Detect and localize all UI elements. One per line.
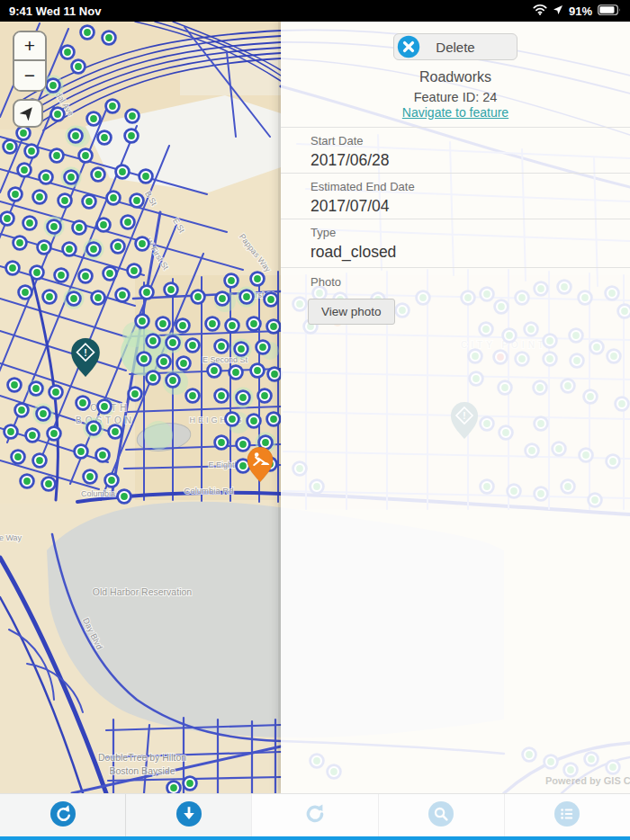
map-marker-roadworks[interactable] [136, 315, 149, 328]
map-marker-roadworks[interactable] [104, 267, 117, 281]
map-marker-roadworks[interactable] [76, 397, 90, 410]
map-marker-roadworks[interactable] [206, 317, 220, 331]
map-marker-roadworks[interactable] [157, 317, 170, 331]
map-marker-roadworks[interactable] [166, 374, 180, 388]
map-marker-roadworks[interactable] [140, 170, 153, 183]
map-marker-roadworks[interactable] [231, 339, 252, 360]
map-marker-roadworks[interactable] [12, 451, 25, 464]
map-marker-roadworks[interactable] [33, 404, 54, 424]
map-marker-roadworks[interactable] [176, 319, 190, 333]
map-marker-roadworks[interactable] [265, 293, 278, 307]
map-marker-roadworks[interactable] [87, 112, 101, 126]
map-marker-roadworks[interactable] [55, 269, 68, 282]
map-marker-roadworks[interactable] [126, 110, 140, 123]
map-marker-roadworks[interactable] [158, 355, 171, 369]
map-marker-roadworks[interactable] [23, 217, 37, 230]
map-marker-roadworks[interactable] [125, 130, 139, 143]
map-marker-roadworks[interactable] [138, 353, 151, 366]
map-marker-roadworks[interactable] [83, 195, 96, 209]
map-marker-roadworks[interactable] [107, 192, 121, 205]
map-marker-roadworks[interactable] [167, 782, 181, 793]
map-marker-roadworks[interactable] [106, 100, 120, 113]
map-marker-roadworks[interactable] [248, 317, 261, 331]
map-marker-roadworks[interactable] [116, 289, 130, 302]
map-marker-roadworks[interactable] [237, 287, 257, 308]
map-marker-roadworks[interactable] [31, 266, 44, 280]
map-marker-roadworks[interactable] [177, 357, 191, 371]
map-marker-roadworks[interactable] [215, 436, 229, 450]
map-marker-roadworks[interactable] [192, 290, 205, 304]
locate-button[interactable] [13, 99, 43, 128]
map-marker-roadworks[interactable] [226, 319, 239, 333]
toolbar-list-button[interactable] [504, 794, 630, 837]
map-marker-roadworks[interactable] [61, 167, 82, 188]
view-photo-button[interactable]: View photo [308, 299, 395, 325]
map-marker-roadworks[interactable] [215, 389, 229, 403]
toolbar-download-button[interactable] [125, 794, 251, 837]
map-marker-roadworks[interactable] [103, 31, 116, 45]
map-marker-roadworks[interactable] [19, 286, 32, 299]
map-marker-roadworks[interactable] [21, 475, 34, 488]
map-marker-roadworks[interactable] [116, 165, 130, 179]
map-marker-roadworks[interactable] [97, 219, 111, 232]
map-marker-roadworks[interactable] [215, 340, 229, 353]
map-marker-roadworks[interactable] [75, 445, 88, 459]
map-marker-roadworks[interactable] [136, 237, 149, 251]
map-marker-roadworks[interactable] [105, 474, 119, 487]
navigate-to-feature-link[interactable]: Navigate to feature [281, 105, 630, 120]
map-marker-roadworks[interactable] [208, 364, 221, 378]
map-marker-roadworks[interactable] [248, 415, 261, 428]
map-marker-roadworks[interactable] [38, 241, 51, 255]
map-marker-roadworks[interactable] [43, 290, 57, 304]
toolbar-sync-button[interactable] [251, 794, 377, 837]
map-marker-roadworks[interactable] [92, 291, 105, 305]
map-marker-roadworks[interactable] [50, 386, 63, 399]
map-marker-roadworks[interactable] [25, 145, 39, 158]
map-marker-roadworks[interactable] [140, 286, 154, 299]
map-marker-roadworks[interactable] [98, 131, 112, 145]
map-marker-roadworks[interactable] [4, 140, 17, 154]
map-marker-roadworks[interactable] [128, 264, 141, 278]
map-marker-roadworks[interactable] [40, 171, 53, 184]
map-marker-roadworks[interactable] [130, 194, 144, 208]
map-marker-roadworks[interactable] [84, 239, 104, 260]
map-marker-roadworks[interactable] [4, 425, 18, 439]
map-marker-roadworks[interactable] [30, 382, 43, 396]
map-marker-roadworks[interactable] [225, 274, 238, 288]
map-marker-roadworks[interactable] [147, 335, 160, 348]
map-area[interactable]: Medal AveB StE StW First StPappas WayE F… [0, 22, 630, 793]
map-marker-roadworks[interactable] [186, 389, 200, 403]
map-marker-roadworks[interactable] [48, 427, 61, 441]
delete-button[interactable]: Delete [393, 33, 518, 60]
map-marker-roadworks[interactable] [122, 216, 135, 229]
map-marker-roadworks[interactable] [17, 127, 31, 140]
map-marker-roadworks[interactable] [50, 149, 64, 163]
map-marker-roadworks[interactable] [216, 292, 230, 306]
zoom-out-button[interactable]: − [14, 61, 45, 90]
map-marker-roadworks[interactable] [226, 413, 239, 426]
map-marker-roadworks[interactable] [51, 108, 65, 121]
map-marker-roadworks[interactable] [84, 418, 104, 439]
map-marker-roadworks[interactable] [26, 429, 40, 442]
map-marker-roadworks[interactable] [6, 262, 20, 275]
map-marker-roadworks[interactable] [129, 388, 142, 401]
map-marker-roadworks[interactable] [147, 371, 160, 385]
map-marker-roadworks[interactable] [8, 379, 22, 392]
map-marker-roadworks[interactable] [61, 46, 75, 59]
map-marker-roadworks[interactable] [33, 191, 47, 204]
toolbar-undo-button[interactable] [0, 794, 125, 837]
map-marker-roadworks[interactable] [184, 777, 197, 791]
map-marker-roadworks[interactable] [118, 490, 131, 504]
map-marker-roadworks[interactable] [98, 400, 112, 414]
map-marker-roadworks[interactable] [256, 341, 270, 354]
map-marker-roadworks[interactable] [230, 366, 243, 380]
map-marker-roadworks[interactable] [64, 289, 85, 309]
map-marker-roadworks[interactable] [33, 454, 47, 468]
map-marker-roadworks[interactable] [79, 270, 93, 283]
map-marker-roadworks[interactable] [9, 188, 22, 201]
map-marker-roadworks[interactable] [63, 243, 76, 256]
map-marker-roadworks[interactable] [14, 237, 27, 250]
map-marker-roadworks[interactable] [58, 194, 72, 208]
map-marker-roadworks[interactable] [79, 149, 93, 163]
map-marker-roadworks[interactable] [251, 273, 265, 286]
